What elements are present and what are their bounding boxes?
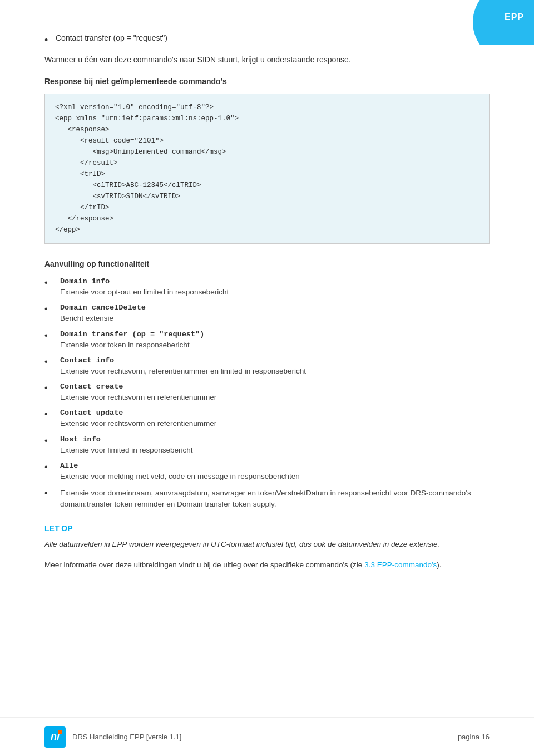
ext-note-bullet: • [44,488,60,498]
list-item-6-content: Contact update Extensie voor rechtsvorm … [60,409,490,429]
list-item-6-desc: Extensie voor rechtsvorm en referentienu… [60,419,216,428]
list-item-8-content: Alle Extensie voor melding met veld, cod… [60,462,490,482]
list-item-5-content: Contact create Extensie voor rechtsvorm … [60,382,490,403]
list-item-2-desc: Bericht extensie [60,314,113,322]
list-item-6-title: Contact update [60,409,490,417]
list-item-2-content: Domain cancelDelete Bericht extensie [60,303,490,324]
list-item: • Domain info Extensie voor opt-out en l… [44,277,490,298]
footer-logo-dot [58,730,62,734]
list-item: • Domain transfer (op = "request") Exten… [44,330,490,351]
footer-page-number: pagina 16 [458,733,490,741]
list-item-5-desc: Extensie voor rechtsvorm en referentienu… [60,393,216,401]
contact-transfer-text: Contact transfer (op = "request") [56,33,167,42]
list-item: • Domain cancelDelete Bericht extensie [44,303,490,324]
let-op-text-after: ). [437,561,441,569]
list-item: • Contact create Extensie voor rechtsvor… [44,382,490,403]
response-heading: Response bij niet geïmplementeede comman… [44,77,490,86]
list-bullet-6: • [44,409,60,419]
intro-text: Wanneer u één van deze commando's naar S… [44,54,490,66]
footer-logo: nl [44,726,66,748]
ext-note-text: Extensie voor domeinnaam, aanvraagdatum,… [60,488,490,510]
corner-decoration: EPP [467,0,534,45]
footer-title: DRS Handleiding EPP [versie 1.1] [72,733,181,741]
list-item-7-content: Host info Extensie voor limited in respo… [60,435,490,456]
list-bullet-2: • [44,304,60,314]
list-section: • Domain info Extensie voor opt-out en l… [44,277,490,510]
list-item-1-content: Domain info Extensie voor opt-out en lim… [60,277,490,298]
code-block: <?xml version="1.0" encoding="utf-8"?> <… [44,94,490,244]
list-item-5-title: Contact create [60,382,490,391]
list-item-3-content: Domain transfer (op = "request") Extensi… [60,330,490,351]
list-bullet-4: • [44,357,60,367]
list-item-3-desc: Extensie voor token in responsebericht [60,341,190,349]
list-item-4-desc: Extensie voor rechtsvorm, referentienumm… [60,367,306,375]
list-item-8-desc: Extensie voor melding met veld, code en … [60,472,300,480]
corner-circle [473,0,534,45]
list-bullet-8: • [44,462,60,472]
list-bullet-5: • [44,383,60,393]
list-item-7-title: Host info [60,435,490,444]
list-item: • Contact info Extensie voor rechtsvorm,… [44,356,490,377]
ext-note-item: • Extensie voor domeinnaam, aanvraagdatu… [44,488,490,510]
list-item: • Alle Extensie voor melding met veld, c… [44,462,490,482]
footer-left: nl DRS Handleiding EPP [versie 1.1] [44,726,181,748]
let-op-text-before: Meer informatie over deze uitbreidingen … [44,561,364,569]
let-op-normal-text: Meer informatie over deze uitbreidingen … [44,559,490,571]
list-item: • Contact update Extensie voor rechtsvor… [44,409,490,429]
list-item-4-content: Contact info Extensie voor rechtsvorm, r… [60,356,490,377]
let-op-heading: LET OP [44,524,490,533]
corner-label: EPP [505,12,524,22]
list-bullet-3: • [44,331,60,341]
list-item-3-title: Domain transfer (op = "request") [60,330,490,338]
list-bullet-1: • [44,278,60,288]
list-bullet-7: • [44,436,60,446]
let-op-section: LET OP Alle datumvelden in EPP worden we… [44,524,490,571]
list-item-4-title: Contact info [60,356,490,365]
list-item-1-desc: Extensie voor opt-out en limited in resp… [60,288,229,296]
list-item-1-title: Domain info [60,277,490,286]
page-footer: nl DRS Handleiding EPP [versie 1.1] pagi… [0,717,534,756]
let-op-link[interactable]: 3.3 EPP-commando's [364,561,437,569]
list-item-7-desc: Extensie voor limited in responsebericht [60,446,193,454]
contact-transfer-item: • Contact transfer (op = "request") [44,33,490,46]
page-content: • Contact transfer (op = "request") Wann… [0,0,534,638]
list-item: • Host info Extensie voor limited in res… [44,435,490,456]
aanvulling-heading: Aanvulling op functionaliteit [44,259,490,268]
bullet-dot: • [44,35,56,46]
list-item-8-title: Alle [60,462,490,470]
let-op-italic-text: Alle datumvelden in EPP worden weergegev… [44,538,490,551]
list-item-2-title: Domain cancelDelete [60,303,490,312]
